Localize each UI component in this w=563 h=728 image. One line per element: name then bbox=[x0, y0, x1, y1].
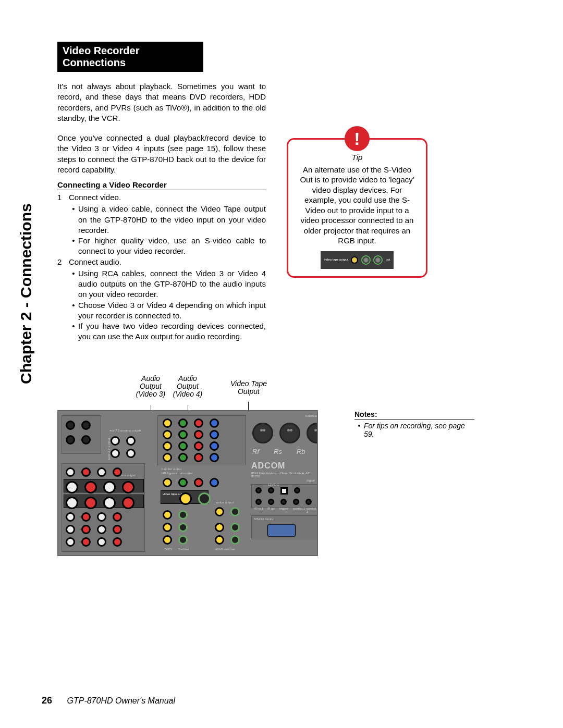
steps-list: 1 Connect video. •Using a video cable, c… bbox=[57, 192, 266, 342]
rca-jack-icon bbox=[66, 525, 75, 534]
rca-jack-icon bbox=[163, 430, 172, 439]
rear-panel-diagram-area: Audio Output (Video 3) Audio Output (Vid… bbox=[57, 410, 537, 556]
panel-label: aux output bbox=[121, 474, 136, 477]
rca-jack-icon bbox=[113, 512, 122, 522]
rca-jack-icon bbox=[210, 430, 219, 439]
manual-name: GTP-870HD Owner's Manual bbox=[67, 696, 175, 705]
panel-label: Rb bbox=[297, 448, 305, 455]
tip-title: Tip bbox=[296, 152, 419, 163]
mini-jack-icon bbox=[255, 487, 262, 493]
rca-jack-icon bbox=[84, 481, 97, 493]
bullet-icon: • bbox=[354, 422, 364, 438]
rca-jack-icon bbox=[126, 449, 136, 458]
mini-jack-icon bbox=[268, 487, 274, 493]
bullet-text: Choose Video 3 or Video 4 depending on w… bbox=[78, 300, 266, 322]
sub-header: Connecting a Video Recorder bbox=[57, 180, 266, 190]
rca-jack-icon bbox=[194, 478, 203, 487]
panel-label: control 2 bbox=[307, 507, 317, 513]
panel-label: aux 7.1 preamp output bbox=[109, 429, 141, 432]
svideo-port-icon bbox=[373, 255, 383, 265]
panel-label: RS232 control bbox=[254, 517, 274, 521]
rca-jack-icon bbox=[163, 510, 172, 520]
panel-label: HDMI switcher bbox=[215, 548, 235, 551]
rca-jack-icon bbox=[351, 256, 358, 264]
page-footer: 26 GTP-870HD Owner's Manual bbox=[42, 695, 175, 706]
label-audio-output-v4: Audio Output (Video 4) bbox=[170, 375, 205, 399]
rca-jack-icon bbox=[194, 453, 203, 462]
rca-jack-icon bbox=[122, 497, 134, 509]
rca-jack-icon bbox=[163, 441, 172, 451]
notes-block: Notes: • For tips on recording, see page… bbox=[354, 410, 474, 438]
svideo-port-icon bbox=[230, 507, 240, 516]
rca-jack-icon bbox=[210, 418, 219, 428]
brand-logo: ADCOM bbox=[251, 461, 285, 471]
step-title: Connect video. bbox=[69, 193, 121, 202]
intro-paragraph: It's not always about playback. Sometime… bbox=[57, 81, 266, 124]
rear-panel-illustration: zone 2 7.1 input aux 7.1 preamp output a… bbox=[57, 410, 318, 556]
step-1: 1 Connect video. •Using a video cable, c… bbox=[57, 192, 266, 257]
rca-jack-icon bbox=[113, 525, 122, 534]
notes-body: For tips on recording, see page 59. bbox=[364, 422, 474, 438]
svideo-port-icon bbox=[178, 510, 188, 520]
rca-jack-icon bbox=[163, 418, 172, 428]
page-number: 26 bbox=[42, 695, 52, 706]
bullet-icon: • bbox=[69, 236, 78, 257]
two-column-layout: Once you've connected a dual playback/re… bbox=[57, 133, 527, 342]
step-2: 2 Connect audio. •Using RCA cables, conn… bbox=[57, 257, 266, 342]
panel-label: balanced bbox=[305, 414, 318, 417]
notes-header: Notes: bbox=[354, 410, 474, 419]
device-paragraph: Once you've connected a dual playback/re… bbox=[57, 133, 266, 175]
rca-jack-icon bbox=[122, 481, 134, 493]
rca-jack-icon bbox=[178, 478, 188, 487]
rca-jack-icon bbox=[178, 418, 188, 428]
rca-jack-icon bbox=[126, 436, 136, 446]
rca-jack-icon bbox=[111, 449, 120, 458]
rca-jack-icon bbox=[215, 507, 224, 516]
xlr-connector-icon bbox=[279, 423, 300, 443]
panel-address: 8541 East Anderson Drive, Scottsdale, AZ… bbox=[251, 472, 317, 478]
mini-jack-icon bbox=[280, 499, 287, 505]
panel-label: Rf bbox=[252, 448, 259, 455]
rca-jack-icon bbox=[81, 512, 91, 522]
rca-jack-icon bbox=[97, 537, 106, 547]
rca-jack-icon bbox=[178, 453, 188, 462]
tip-port-diagram: video tape output out bbox=[321, 251, 394, 269]
tip-port-label-left: video tape output bbox=[324, 258, 348, 262]
rca-jack-icon bbox=[81, 537, 91, 547]
manual-page: Chapter 2 - Connections Video Recorder C… bbox=[0, 0, 563, 728]
panel-label: 12V DC bbox=[268, 483, 279, 486]
rca-jack-icon bbox=[81, 421, 91, 430]
tip-body: An alternate use of the S-Video Out is t… bbox=[296, 165, 419, 246]
rca-jack-icon bbox=[66, 467, 75, 477]
rca-jack-icon bbox=[97, 467, 106, 477]
mini-jack-icon bbox=[293, 499, 299, 505]
step-body: Connect audio. •Using RCA cables, connec… bbox=[69, 257, 266, 342]
rca-jack-icon bbox=[163, 535, 172, 545]
svideo-port-icon bbox=[230, 535, 240, 545]
rca-jack-icon bbox=[81, 467, 91, 477]
vga-port-icon bbox=[267, 524, 296, 537]
content-area: Video Recorder Connections It's not alwa… bbox=[57, 42, 527, 556]
label-audio-output-v3: Audio Output (Video 3) bbox=[133, 375, 168, 399]
tip-port-label-right: out bbox=[386, 258, 390, 262]
rca-jack-icon bbox=[66, 481, 78, 493]
rca-jack-icon bbox=[194, 430, 203, 439]
step-body: Connect video. •Using a video cable, con… bbox=[69, 192, 266, 257]
rca-jack-icon bbox=[215, 523, 224, 532]
bullet-icon: • bbox=[69, 300, 78, 322]
rca-jack-icon bbox=[111, 436, 120, 446]
usb-port-icon bbox=[280, 487, 288, 495]
rca-jack-icon bbox=[163, 453, 172, 462]
panel-label: monitor output bbox=[214, 501, 234, 504]
svideo-port-icon bbox=[361, 255, 371, 265]
mini-jack-icon bbox=[255, 499, 262, 505]
rca-jack-icon bbox=[210, 453, 219, 462]
panel-label: Rs bbox=[274, 448, 282, 455]
rca-jack-icon bbox=[81, 435, 91, 445]
rca-jack-icon bbox=[66, 421, 75, 430]
rca-jack-icon bbox=[194, 418, 203, 428]
tip-callout: ! Tip An alternate use of the S-Video Ou… bbox=[287, 138, 427, 278]
panel-label: trigger bbox=[279, 507, 288, 510]
step-number: 2 bbox=[57, 257, 69, 342]
right-column: ! Tip An alternate use of the S-Video Ou… bbox=[287, 133, 427, 342]
